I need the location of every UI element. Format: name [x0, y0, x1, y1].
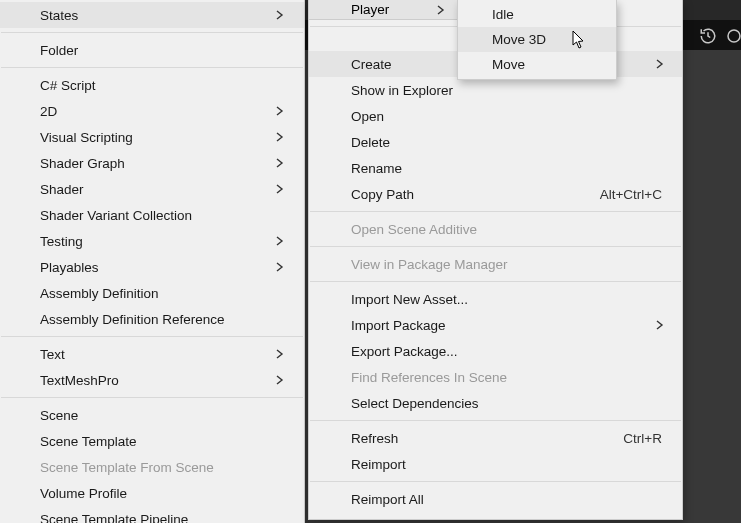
create-submenu-item-scene-template[interactable]: Scene Template — [0, 428, 304, 454]
menu-item-label: Text — [40, 347, 280, 362]
chevron-right-icon — [276, 132, 288, 142]
player-submenu-item-move-3d[interactable]: Move 3D — [458, 27, 616, 52]
create-submenu-item-playables[interactable]: Playables — [0, 254, 304, 280]
chevron-right-icon — [656, 59, 668, 69]
context-menu-item-find-references-in-scene: Find References In Scene — [309, 364, 682, 390]
player-submenu-item-move[interactable]: Move — [458, 52, 616, 77]
context-menu-item-rename[interactable]: Rename — [309, 155, 682, 181]
chevron-right-icon — [276, 349, 288, 359]
context-menu-item-show-in-explorer[interactable]: Show in Explorer — [309, 77, 682, 103]
menu-item-label: Shader Graph — [40, 156, 280, 171]
menu-item-label: Refresh — [351, 431, 593, 446]
context-menu-item-delete[interactable]: Delete — [309, 129, 682, 155]
create-submenu-item-shader[interactable]: Shader — [0, 176, 304, 202]
menu-item-shortcut: Alt+Ctrl+C — [570, 187, 662, 202]
menu-separator — [310, 211, 681, 212]
create-submenu-item-volume-profile[interactable]: Volume Profile — [0, 480, 304, 506]
context-menu-item-view-in-package-manager: View in Package Manager — [309, 251, 682, 277]
states-submenu-player[interactable]: Player — [308, 0, 458, 20]
menu-item-label: Player — [351, 2, 389, 17]
menu-item-label: Volume Profile — [40, 486, 280, 501]
context-menu-item-import-package[interactable]: Import Package — [309, 312, 682, 338]
create-submenu-item-text[interactable]: Text — [0, 341, 304, 367]
menu-item-shortcut: Ctrl+R — [593, 431, 662, 446]
menu-item-label: Testing — [40, 234, 280, 249]
create-submenu-item-shader-graph[interactable]: Shader Graph — [0, 150, 304, 176]
menu-item-label: Shader Variant Collection — [40, 208, 280, 223]
menu-item-label: Move 3D — [492, 32, 598, 47]
menu-item-label: Reimport All — [351, 492, 662, 507]
context-menu-item-export-package[interactable]: Export Package... — [309, 338, 682, 364]
create-submenu-item-scene[interactable]: Scene — [0, 402, 304, 428]
menu-item-label: Folder — [40, 43, 280, 58]
create-submenu-item-2d[interactable]: 2D — [0, 98, 304, 124]
menu-item-label: States — [40, 8, 280, 23]
menu-item-label: Open — [351, 109, 662, 124]
create-submenu-item-textmeshpro[interactable]: TextMeshPro — [0, 367, 304, 393]
context-menu-item-select-dependencies[interactable]: Select Dependencies — [309, 390, 682, 416]
player-submenu[interactable]: IdleMove 3DMove — [457, 0, 617, 80]
menu-separator — [310, 420, 681, 421]
chevron-right-icon — [276, 106, 288, 116]
chevron-right-icon — [276, 375, 288, 385]
create-submenu-item-states[interactable]: States — [0, 2, 304, 28]
svg-point-0 — [728, 30, 740, 42]
menu-item-label: Import Package — [351, 318, 662, 333]
menu-item-label: Delete — [351, 135, 662, 150]
chevron-right-icon — [276, 184, 288, 194]
create-submenu-item-assembly-definition[interactable]: Assembly Definition — [0, 280, 304, 306]
menu-item-label: View in Package Manager — [351, 257, 662, 272]
menu-item-label: Rename — [351, 161, 662, 176]
menu-separator — [1, 397, 303, 398]
chevron-right-icon — [437, 5, 445, 15]
create-submenu-item-c-script[interactable]: C# Script — [0, 72, 304, 98]
create-submenu-item-scene-template-pipeline[interactable]: Scene Template Pipeline — [0, 506, 304, 523]
menu-separator — [310, 481, 681, 482]
chevron-right-icon — [656, 320, 668, 330]
menu-item-label: Shader — [40, 182, 280, 197]
context-menu-item-import-new-asset[interactable]: Import New Asset... — [309, 286, 682, 312]
create-submenu-item-testing[interactable]: Testing — [0, 228, 304, 254]
menu-item-label: Scene — [40, 408, 280, 423]
player-submenu-item-idle[interactable]: Idle — [458, 2, 616, 27]
menu-item-label: Visual Scripting — [40, 130, 280, 145]
create-submenu-item-shader-variant-collection[interactable]: Shader Variant Collection — [0, 202, 304, 228]
context-menu-item-refresh[interactable]: RefreshCtrl+R — [309, 425, 682, 451]
history-icon[interactable] — [697, 26, 719, 46]
chevron-right-icon — [276, 10, 288, 20]
menu-item-label: Assembly Definition — [40, 286, 280, 301]
create-submenu-item-scene-template-from-scene: Scene Template From Scene — [0, 454, 304, 480]
menu-item-label: Assembly Definition Reference — [40, 312, 280, 327]
context-menu-item-reimport-all[interactable]: Reimport All — [309, 486, 682, 512]
menu-item-label: Move — [492, 57, 598, 72]
menu-item-label: Import New Asset... — [351, 292, 662, 307]
menu-item-label: Playables — [40, 260, 280, 275]
menu-item-label: TextMeshPro — [40, 373, 280, 388]
menu-item-label: Copy Path — [351, 187, 570, 202]
menu-item-label: Open Scene Additive — [351, 222, 662, 237]
circle-icon[interactable] — [723, 26, 741, 46]
context-menu-item-open-scene-additive: Open Scene Additive — [309, 216, 682, 242]
context-menu-item-open[interactable]: Open — [309, 103, 682, 129]
menu-item-label: Scene Template — [40, 434, 280, 449]
menu-separator — [1, 336, 303, 337]
menu-item-label: Scene Template From Scene — [40, 460, 280, 475]
create-submenu-item-folder[interactable]: Folder — [0, 37, 304, 63]
create-submenu[interactable]: StatesFolderC# Script2DVisual ScriptingS… — [0, 0, 305, 523]
menu-item-label: Scene Template Pipeline — [40, 512, 280, 524]
chevron-right-icon — [276, 236, 288, 246]
chevron-right-icon — [276, 262, 288, 272]
menu-item-label: Find References In Scene — [351, 370, 662, 385]
menu-item-label: Show in Explorer — [351, 83, 662, 98]
chevron-right-icon — [276, 158, 288, 168]
menu-item-label: C# Script — [40, 78, 280, 93]
menu-separator — [1, 67, 303, 68]
menu-item-label: Reimport — [351, 457, 662, 472]
menu-item-label: Idle — [492, 7, 598, 22]
context-menu-item-reimport[interactable]: Reimport — [309, 451, 682, 477]
create-submenu-item-visual-scripting[interactable]: Visual Scripting — [0, 124, 304, 150]
create-submenu-item-assembly-definition-reference[interactable]: Assembly Definition Reference — [0, 306, 304, 332]
menu-item-label: Export Package... — [351, 344, 662, 359]
context-menu-item-copy-path[interactable]: Copy PathAlt+Ctrl+C — [309, 181, 682, 207]
menu-separator — [1, 32, 303, 33]
